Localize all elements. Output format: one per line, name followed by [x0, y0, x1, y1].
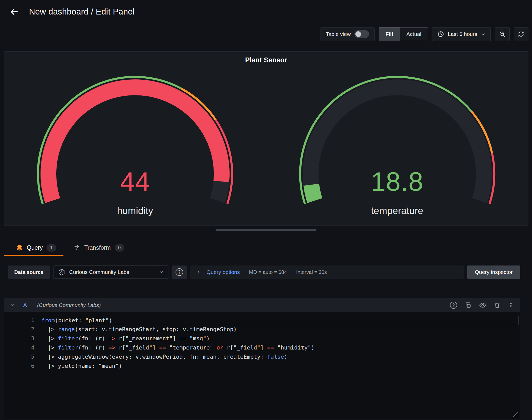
query-row-header: A (Curious Community Labs) ? [4, 298, 520, 312]
line-number: 6 [16, 362, 34, 371]
zoom-out-button[interactable] [495, 27, 510, 41]
table-view-control: Table view [321, 27, 375, 41]
gauge-label: temperature [266, 205, 528, 216]
line-number: 2 [16, 325, 34, 334]
drag-handle-icon [508, 302, 514, 308]
gauge-value: 44 [4, 168, 266, 195]
gauges-row: 44 humidity 18.8 temperature [4, 52, 528, 226]
code-line[interactable]: 3 |> filter(fn: (r) => r["_measurement"]… [16, 334, 519, 343]
code-text: |> range(start: v.timeRangeStart, stop: … [41, 325, 519, 334]
table-view-toggle[interactable] [354, 30, 369, 38]
query-options-label: Query options [207, 269, 240, 275]
toggle-knob [355, 31, 361, 37]
chevron-down-icon [481, 32, 485, 36]
duplicate-query-button[interactable] [465, 302, 471, 309]
transform-icon [74, 244, 81, 251]
toggle-visibility-button[interactable] [479, 302, 486, 309]
query-editor-row: A (Curious Community Labs) ? 1from(bucke… [4, 298, 520, 419]
code-text: |> yield(name: "mean") [41, 362, 519, 371]
database-icon [16, 244, 23, 251]
tab-transform[interactable]: Transform 0 [63, 240, 131, 256]
gauge-temperature: 18.8 temperature [266, 52, 528, 226]
datasource-selected: Curious Community Labs [69, 269, 155, 275]
gauge-value: 18.8 [266, 168, 528, 195]
max-data-points-text: MD = auto = 684 [249, 269, 287, 275]
zoom-out-icon [499, 31, 506, 37]
page-title: New dashboard / Edit Panel [29, 7, 135, 17]
gauge-label: humidity [4, 205, 266, 216]
query-inspector-button[interactable]: Query inspector [467, 265, 520, 279]
editor-resize-corner[interactable] [513, 412, 518, 417]
trash-icon [494, 302, 500, 309]
drag-query-button[interactable] [508, 302, 514, 308]
tab-transform-label: Transform [84, 244, 111, 251]
tab-transform-count: 0 [115, 244, 124, 251]
code-text: |> filter(fn: (r) => r["_field"] == "tem… [41, 343, 519, 353]
delete-query-button[interactable] [494, 302, 500, 309]
help-icon: ? [176, 268, 183, 276]
tab-query-label: Query [27, 244, 43, 251]
line-number: 5 [16, 353, 34, 362]
code-line[interactable]: 2 |> range(start: v.timeRangeStart, stop… [16, 325, 519, 334]
time-range-label: Last 6 hours [448, 31, 477, 37]
tab-query[interactable]: Query 1 [4, 240, 63, 256]
eye-icon [479, 302, 486, 309]
code-text: |> aggregateWindow(every: v.windowPeriod… [41, 353, 519, 362]
code-line[interactable]: 6 |> yield(name: "mean") [16, 362, 519, 371]
code-text: from(bucket: "plant") [41, 316, 519, 325]
datasource-picker[interactable]: Curious Community Labs [53, 265, 168, 279]
datasource-label: Data source [8, 265, 50, 279]
panel-toolbar: Table view Fill Actual Last 6 hours [0, 27, 532, 41]
code-text: |> filter(fn: (r) => r["_measurement"] =… [41, 334, 519, 343]
refresh-icon [518, 31, 524, 37]
editor-tabs: Query 1 Transform 0 [0, 240, 532, 256]
copy-icon [465, 302, 471, 309]
query-datasource-hint: (Curious Community Labs) [37, 302, 101, 308]
fill-actual-group: Fill Actual [379, 27, 428, 41]
gauge-humidity: 44 humidity [4, 52, 266, 226]
panel-title: Plant Sensor [4, 56, 528, 64]
chevron-down-icon [159, 270, 164, 274]
clock-icon [437, 31, 444, 37]
top-bar: New dashboard / Edit Panel [0, 0, 532, 23]
query-ref-id: A [23, 302, 27, 309]
panel-preview: Plant Sensor 44 humidity 18.8 temperatur… [4, 51, 528, 226]
line-number: 4 [16, 343, 34, 353]
query-help-button[interactable]: ? [450, 302, 457, 309]
code-line[interactable]: 5 |> aggregateWindow(every: v.windowPeri… [16, 353, 519, 362]
code-line[interactable]: 4 |> filter(fn: (r) => r["_field"] == "t… [16, 343, 519, 353]
query-actions: ? [450, 302, 514, 309]
gauge-arc [20, 64, 250, 222]
flux-code-editor[interactable]: 1from(bucket: "plant")2 |> range(start: … [4, 312, 520, 419]
datasource-help-button[interactable]: ? [172, 265, 187, 279]
datasource-row: Data source Curious Community Labs ? Que… [8, 265, 520, 279]
fill-option[interactable]: Fill [379, 27, 400, 41]
code-line[interactable]: 1from(bucket: "plant") [16, 316, 519, 325]
refresh-button[interactable] [514, 27, 528, 41]
query-options-bar: Query options MD = auto = 684 Interval =… [190, 265, 464, 279]
code-lines: 1from(bucket: "plant")2 |> range(start: … [16, 316, 519, 371]
time-range-button[interactable]: Last 6 hours [432, 27, 491, 41]
gauge-arc [283, 64, 512, 222]
arrow-left-icon [10, 7, 19, 16]
back-button[interactable] [10, 7, 19, 16]
actual-option[interactable]: Actual [400, 27, 428, 41]
help-icon: ? [450, 302, 457, 309]
line-number: 3 [16, 334, 34, 343]
influxdb-icon [58, 269, 65, 276]
chevron-down-icon [10, 303, 15, 308]
tab-query-count: 1 [47, 244, 56, 251]
collapse-query-button[interactable] [10, 303, 15, 308]
query-options-toggle[interactable]: Query options [196, 269, 240, 275]
line-number: 1 [16, 316, 34, 325]
chevron-right-icon [196, 270, 201, 274]
table-view-label: Table view [326, 31, 351, 37]
interval-text: Interval = 30s [296, 269, 327, 275]
panel-resize-handle[interactable] [216, 229, 316, 231]
